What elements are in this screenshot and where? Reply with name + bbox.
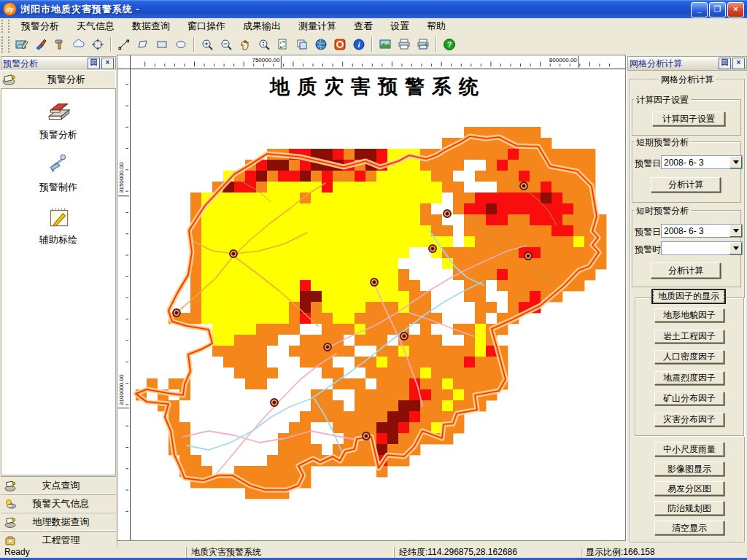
info-icon: i — [352, 38, 365, 51]
pan-icon-button[interactable] — [236, 36, 254, 53]
menu-item-5[interactable]: 测量计算 — [290, 18, 345, 34]
menu-grip[interactable] — [1, 20, 9, 33]
menu-item-8[interactable]: 帮助 — [418, 18, 454, 34]
info-icon-button[interactable]: i — [350, 36, 368, 53]
rectangle-icon — [155, 38, 169, 51]
vertical-ruler: 3150000.003100000.00 — [117, 69, 131, 540]
zoom-out-icon — [220, 38, 233, 51]
menu-item-6[interactable]: 查看 — [345, 18, 382, 34]
town-marker-6[interactable] — [525, 252, 532, 260]
menu-item-3[interactable]: 窗口操作 — [179, 18, 234, 34]
town-marker-9[interactable] — [271, 399, 278, 406]
polygon-icon-button[interactable] — [134, 36, 152, 53]
right-panel-pin-icon[interactable]: 回 — [719, 58, 731, 69]
town-marker-1[interactable] — [173, 309, 180, 316]
bottom-bar-0[interactable]: 灾点查询 — [1, 476, 116, 494]
map-canvas[interactable]: 地质灾害预警系统 — [131, 69, 625, 540]
factor-button-4[interactable]: 矿山分布因子 — [654, 392, 724, 405]
menu-item-7[interactable]: 设置 — [382, 18, 418, 34]
factor-button-3[interactable]: 地震烈度因子 — [654, 371, 724, 385]
close-button[interactable]: × — [727, 2, 744, 18]
zoom-out-icon-button[interactable] — [217, 36, 235, 53]
zoom-extent-icon — [258, 38, 271, 51]
town-marker-3[interactable] — [429, 245, 436, 252]
stop-icon-button[interactable] — [331, 36, 349, 53]
toolbar-separator — [371, 37, 373, 52]
factor-setup-legend: 计算因子设置 — [634, 94, 691, 106]
notepad-icon — [44, 204, 72, 229]
cloud-icon-button[interactable] — [70, 36, 88, 53]
refresh-icon-button[interactable] — [274, 36, 292, 53]
line-icon-button[interactable] — [115, 36, 133, 53]
town-marker-5[interactable] — [520, 182, 527, 190]
geo-factor-display-button[interactable]: 地质因子的显示 — [651, 289, 726, 304]
hand-stamp-icon — [1, 74, 18, 85]
svg-text:750000.00: 750000.00 — [252, 57, 280, 63]
short-time-analyze-button[interactable]: 分析计算 — [651, 262, 721, 279]
menu-item-4[interactable]: 成果输出 — [234, 18, 290, 34]
town-marker-2[interactable] — [371, 279, 378, 286]
layer-button-0[interactable]: 中小尺度雨量 — [654, 442, 724, 456]
left-panel-pin-icon[interactable]: 回 — [88, 58, 100, 69]
rectangle-icon-button[interactable] — [153, 36, 171, 53]
help-icon-button[interactable]: ? — [441, 36, 458, 53]
image-view-icon-button[interactable] — [376, 36, 394, 53]
left-panel-section-header[interactable]: 预警分析 — [1, 70, 116, 89]
chevron-down-icon[interactable] — [729, 156, 742, 168]
layer-button-3[interactable]: 防治规划图 — [654, 501, 724, 516]
layer-button-1[interactable]: 影像图显示 — [654, 462, 724, 476]
town-marker-10[interactable] — [363, 432, 370, 440]
bottom-bar-1[interactable]: 预警天气信息 — [1, 494, 116, 513]
main-area: 预警分析 回 × 预警分析 预警分析预警制作辅助标绘 灾点查询预警天气信息地理数… — [0, 55, 747, 547]
left-panel-bottom-bars: 灾点查询预警天气信息地理数据查询工程管理 — [1, 476, 116, 547]
hand-card-icon — [4, 516, 16, 528]
analysis-map-icon-button[interactable] — [13, 36, 31, 53]
sidebar-item-0[interactable]: 预警分析 — [1, 99, 115, 141]
factor-button-2[interactable]: 人口密度因子 — [654, 350, 724, 364]
short-term-analyze-button[interactable]: 分析计算 — [651, 177, 721, 192]
right-panel-close-icon[interactable]: × — [732, 58, 745, 69]
factor-setup-button[interactable]: 计算因子设置 — [652, 112, 725, 126]
chevron-down-icon[interactable] — [729, 242, 742, 254]
copy-layers-icon-button[interactable] — [293, 36, 311, 53]
menu-item-1[interactable]: 天气信息 — [68, 18, 123, 34]
town-marker-7[interactable] — [324, 343, 331, 351]
layer-button-2[interactable]: 易发分区图 — [654, 481, 724, 496]
short-term-date-value: 2008- 6- 3 — [664, 158, 704, 168]
map-title: 地质灾害预警系统 — [131, 74, 625, 100]
restore-button[interactable]: ❐ — [709, 2, 726, 18]
chevron-down-icon[interactable] — [729, 225, 742, 237]
menu-item-2[interactable]: 数据查询 — [123, 18, 179, 34]
minimize-button[interactable]: _ — [691, 2, 708, 18]
app-logo-icon: dy — [3, 2, 17, 16]
right-panel-title: 网格分析计算 — [630, 58, 717, 70]
ellipse-icon-button[interactable] — [172, 36, 190, 53]
short-time-date-combo[interactable]: 2008- 6- 3 — [661, 224, 743, 238]
crosshair-icon-button[interactable] — [89, 36, 107, 53]
bottom-bar-label: 预警天气信息 — [19, 497, 103, 510]
factor-button-0[interactable]: 地形地貌因子 — [654, 308, 724, 322]
bottom-bar-2[interactable]: 地理数据查询 — [1, 513, 116, 531]
town-marker-0[interactable] — [230, 250, 237, 257]
left-panel-close-icon[interactable]: × — [101, 58, 114, 69]
factor-button-5[interactable]: 灾害分布因子 — [654, 413, 724, 427]
hand-card-icon — [4, 480, 16, 491]
short-time-slot-combo[interactable] — [661, 241, 743, 255]
zoom-in-icon-button[interactable] — [198, 36, 216, 53]
short-term-date-combo[interactable]: 2008- 6- 3 — [661, 155, 743, 169]
toolbar-grip[interactable] — [1, 36, 9, 52]
sidebar-item-2[interactable]: 辅助标绘 — [1, 204, 115, 246]
menu-item-0[interactable]: 预警分析 — [12, 18, 68, 34]
factor-button-1[interactable]: 岩土工程因子 — [654, 330, 724, 343]
brush-icon-button[interactable] — [32, 36, 50, 53]
print-setup-icon-button[interactable] — [414, 36, 432, 53]
zoom-extent-icon-button[interactable] — [255, 36, 273, 53]
town-marker-4[interactable] — [444, 210, 451, 217]
hammer-icon-button[interactable] — [51, 36, 69, 53]
globe-icon-button[interactable] — [312, 36, 330, 53]
sidebar-item-1[interactable]: 预警制作 — [1, 152, 115, 194]
layer-button-4[interactable]: 清空显示 — [654, 521, 724, 535]
town-marker-8[interactable] — [400, 332, 408, 340]
print-icon-button[interactable] — [395, 36, 413, 53]
toolbar: i? — [0, 34, 747, 55]
